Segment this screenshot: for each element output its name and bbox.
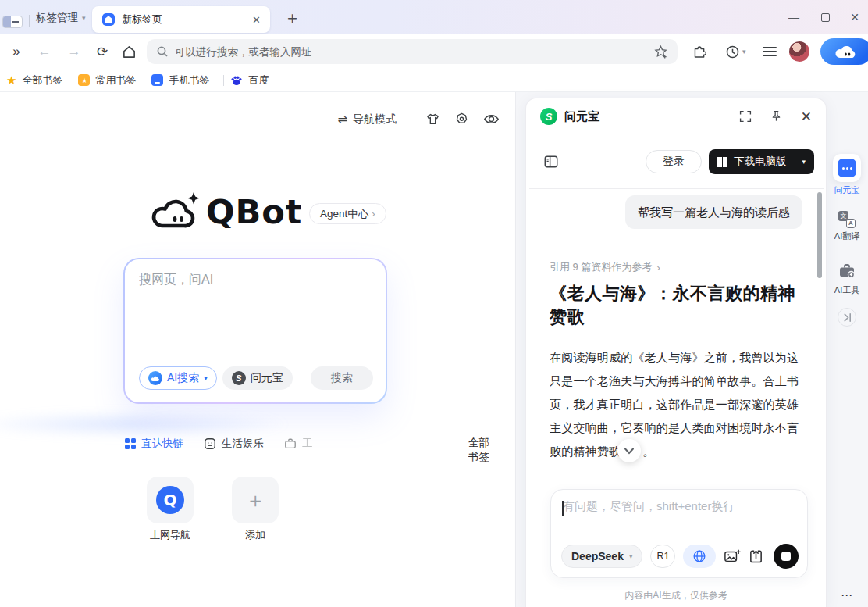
forward-icon[interactable]: → — [62, 44, 86, 59]
menu-icon[interactable] — [763, 47, 777, 56]
rail-item-ai-tools[interactable]: AI工具 — [826, 262, 868, 296]
add-image-icon[interactable] — [724, 548, 741, 564]
chat-area: 帮我写一篇老人与海的读后感 引用 9 篇资料作为参考 › 《老人与海》：永不言败… — [526, 189, 826, 489]
tab-close-icon[interactable]: ✕ — [252, 14, 261, 26]
shortcut-nav-site[interactable]: Q — [147, 477, 194, 523]
bookmark-all[interactable]: ★ 全部书签 — [6, 73, 62, 87]
model-selector[interactable]: DeepSeek ▾ — [561, 545, 642, 568]
scroll-down-button[interactable] — [617, 439, 641, 462]
address-bar[interactable] — [147, 39, 678, 64]
ai-disclaimer: 内容由AI生成，仅供参考 — [526, 589, 826, 602]
theme-shirt-icon[interactable] — [425, 112, 440, 127]
qbot-logo-text: QBot — [206, 192, 302, 231]
translate-icon: 文 A — [838, 211, 856, 228]
shortcut-add[interactable]: ＋ — [232, 477, 279, 523]
citation-link[interactable]: 引用 9 篇资料作为参考 › — [550, 260, 802, 274]
search-button[interactable]: 搜索 — [311, 366, 373, 390]
login-button[interactable]: 登录 — [646, 150, 702, 173]
toolbar: » ← → ⟳ — [0, 34, 868, 69]
yuanbao-logo-icon: S — [540, 108, 557, 125]
panel-title: 问元宝 — [564, 109, 599, 124]
user-avatar[interactable] — [789, 41, 809, 62]
tab-life-entertainment[interactable]: 生活娱乐 — [204, 437, 264, 451]
divider — [411, 113, 411, 125]
upload-file-icon[interactable] — [749, 548, 763, 564]
article-body: 在阅读海明威的《老人与海》之前，我曾以为这只是一个老渔夫与大海搏斗的简单故事。合… — [550, 346, 804, 464]
bookmark-mobile[interactable]: 手机书签 — [151, 73, 209, 87]
address-input[interactable] — [175, 46, 649, 58]
ask-yuanbao-button[interactable]: S 问元宝 — [222, 366, 293, 390]
new-tab-page: ⇌ 导航模式 QBot Agent中心 › — [0, 92, 515, 607]
window-minimize-button[interactable]: — — [787, 10, 801, 24]
ai-search-mode-button[interactable]: AI搜索 ▾ — [139, 366, 217, 390]
new-tab-button[interactable]: ＋ — [284, 7, 301, 29]
extensions-icon[interactable] — [690, 45, 709, 59]
chevron-down-icon: ▾ — [82, 14, 86, 22]
window-maximize-button[interactable] — [818, 10, 832, 24]
r1-mode-badge[interactable]: R1 — [650, 545, 675, 568]
plus-icon: ＋ — [245, 487, 265, 514]
browser-q-icon: Q — [156, 486, 184, 514]
bookmark-star-icon[interactable] — [653, 45, 668, 59]
windows-icon — [717, 157, 727, 167]
home-icon[interactable] — [117, 45, 141, 59]
rail-item-yuanbao[interactable]: 问元宝 — [826, 154, 868, 196]
chat-input-card: DeepSeek ▾ R1 — [550, 489, 808, 578]
divider — [717, 45, 717, 58]
tab-manager-menu[interactable]: 标签管理 ▾ — [36, 11, 86, 25]
sidebar-region: S 问元宝 ✕ — [515, 92, 868, 607]
search-card-actions: AI搜索 ▾ S 问元宝 搜索 — [139, 366, 373, 390]
more-options-icon[interactable]: ⋯ — [826, 588, 868, 602]
all-bookmarks-link[interactable]: 全部书签 — [468, 436, 500, 464]
tab-work[interactable]: 工 — [284, 437, 313, 451]
panel-subheader: 登录 下载电脑版 ▾ — [526, 148, 826, 175]
tab-favicon — [101, 12, 116, 27]
shortcut-label: 上网导航 — [147, 528, 194, 542]
eye-icon[interactable] — [483, 112, 500, 127]
tabs-overflow-icon[interactable]: » — [6, 44, 27, 59]
search-card: AI搜索 ▾ S 问元宝 搜索 — [123, 258, 387, 404]
tab-title: 新标签页 — [122, 12, 252, 27]
back-icon[interactable]: ← — [33, 44, 56, 59]
tab-quick-links[interactable]: 直达快链 — [125, 437, 183, 451]
expand-icon[interactable] — [739, 110, 752, 123]
rail-item-ai-translate[interactable]: 文 A AI翻译 — [826, 211, 868, 242]
tab-manager-icon[interactable] — [2, 16, 23, 28]
quick-link-tabs: 直达快链 生活娱乐 工 全部书签 — [125, 436, 500, 452]
panel-close-icon[interactable]: ✕ — [801, 109, 812, 125]
search-input[interactable] — [139, 272, 370, 347]
chevron-down-icon: ▾ — [629, 552, 633, 560]
sidebar-toggle-icon[interactable] — [543, 154, 559, 170]
chat-input[interactable] — [563, 499, 797, 534]
angle-right-icon: › — [372, 208, 375, 220]
toolbar-right: ▾ — [690, 38, 864, 65]
bookmark-folder-icon: ★ — [78, 74, 90, 86]
shortcut-label: 添加 — [232, 528, 279, 542]
history-icon[interactable]: ▾ — [725, 45, 752, 59]
divider — [223, 75, 224, 86]
chevron-down-icon: ▾ — [742, 48, 746, 55]
rail-collapse[interactable] — [826, 308, 868, 327]
settings-gear-icon[interactable] — [454, 112, 469, 127]
qbot-assistant-button[interactable] — [820, 38, 868, 65]
tab-manager-label: 标签管理 — [36, 11, 78, 25]
phone-icon — [151, 74, 163, 86]
refresh-icon[interactable]: ⟳ — [91, 44, 114, 60]
bookmark-baidu[interactable]: 百度 — [230, 73, 269, 87]
pin-icon[interactable] — [770, 110, 782, 123]
user-message-bubble: 帮我写一篇老人与海的读后感 — [625, 195, 802, 229]
swap-icon: ⇌ — [337, 112, 347, 127]
text-cursor — [562, 501, 564, 516]
chat-scrollbar[interactable] — [817, 192, 822, 278]
stop-generation-button[interactable] — [774, 544, 799, 569]
web-search-toggle[interactable] — [683, 545, 716, 568]
face-icon — [204, 437, 216, 450]
bookmark-frequent[interactable]: ★ 常用书签 — [78, 73, 136, 87]
tab-new-tab-page[interactable]: 新标签页 ✕ — [92, 6, 270, 33]
agent-center-button[interactable]: Agent中心 › — [309, 203, 386, 224]
nav-mode-toggle[interactable]: ⇌ 导航模式 — [337, 112, 397, 127]
chat-bubble-icon — [838, 159, 856, 177]
download-desktop-button[interactable]: 下载电脑版 ▾ — [709, 149, 814, 174]
browser-window: 标签管理 ▾ 新标签页 ✕ ＋ — ✕ » ← → ⟳ — [0, 0, 868, 607]
window-close-button[interactable]: ✕ — [848, 10, 862, 24]
